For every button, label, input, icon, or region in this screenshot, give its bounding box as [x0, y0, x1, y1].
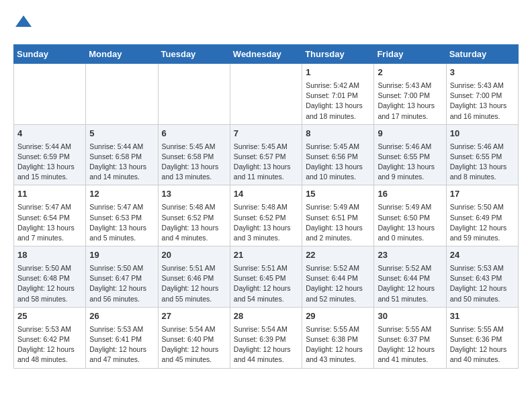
day-info: Sunrise: 5:53 AM [17, 324, 82, 334]
calendar-cell [14, 64, 86, 125]
day-info: Sunset: 6:58 PM [89, 152, 154, 162]
day-info: Daylight: 12 hours [378, 345, 442, 355]
day-info: Sunset: 6:53 PM [89, 213, 154, 223]
day-info: Sunrise: 5:44 AM [17, 142, 82, 152]
day-info: Daylight: 12 hours [162, 283, 226, 293]
day-info: Sunset: 6:40 PM [162, 334, 226, 345]
logo [13, 13, 36, 34]
day-number: 30 [378, 310, 442, 323]
col-header-sunday: Sunday [14, 45, 86, 64]
day-number: 28 [234, 310, 298, 323]
day-info: and 50 minutes. [450, 294, 515, 304]
day-info: Sunrise: 5:55 AM [378, 324, 442, 334]
day-info: and 9 minutes. [378, 172, 442, 182]
day-info: Daylight: 13 hours [234, 162, 298, 172]
day-info: and 14 minutes. [89, 172, 154, 182]
day-info: and 47 minutes. [89, 355, 154, 365]
day-info: and 0 minutes. [378, 233, 442, 243]
day-info: Sunset: 6:39 PM [234, 334, 298, 345]
day-info: Daylight: 12 hours [89, 283, 154, 293]
day-info: Sunrise: 5:51 AM [162, 263, 226, 273]
col-header-friday: Friday [374, 45, 446, 64]
day-number: 20 [162, 249, 226, 262]
day-number: 13 [162, 188, 226, 201]
day-info: and 17 minutes. [378, 111, 442, 122]
day-info: Sunset: 6:58 PM [162, 152, 226, 162]
day-info: Sunrise: 5:49 AM [378, 202, 442, 212]
calendar-cell: 27Sunrise: 5:54 AMSunset: 6:40 PMDayligh… [158, 307, 230, 368]
day-number: 22 [306, 249, 370, 262]
day-info: Daylight: 13 hours [17, 162, 82, 172]
day-info: Sunset: 6:43 PM [450, 273, 515, 283]
day-info: Sunset: 6:44 PM [378, 273, 442, 283]
calendar-cell: 17Sunrise: 5:50 AMSunset: 6:49 PMDayligh… [446, 185, 518, 246]
day-info: Daylight: 12 hours [450, 223, 515, 233]
day-info: Sunset: 7:01 PM [306, 91, 370, 101]
calendar-cell: 21Sunrise: 5:51 AMSunset: 6:45 PMDayligh… [230, 246, 302, 308]
col-header-thursday: Thursday [302, 45, 374, 64]
day-info: Sunset: 6:51 PM [306, 213, 370, 223]
day-info: Sunset: 6:50 PM [378, 213, 442, 223]
day-number: 9 [378, 128, 442, 140]
day-info: Sunrise: 5:50 AM [89, 263, 154, 273]
day-info: Daylight: 12 hours [450, 345, 515, 355]
day-info: and 2 minutes. [306, 233, 370, 243]
day-number: 1 [306, 66, 370, 79]
day-info: Daylight: 13 hours [89, 223, 154, 233]
day-info: and 52 minutes. [306, 294, 370, 304]
day-info: Sunset: 6:56 PM [306, 152, 370, 162]
day-info: Sunrise: 5:49 AM [306, 202, 370, 212]
day-number: 5 [89, 128, 154, 140]
day-info: Sunset: 6:38 PM [306, 334, 370, 345]
day-info: Daylight: 13 hours [162, 223, 226, 233]
day-info: Sunset: 6:49 PM [450, 213, 515, 223]
calendar-cell [158, 64, 230, 125]
col-header-wednesday: Wednesday [230, 45, 302, 64]
day-info: Daylight: 12 hours [234, 345, 298, 355]
calendar-cell: 31Sunrise: 5:55 AMSunset: 6:36 PMDayligh… [446, 307, 518, 368]
calendar-cell: 28Sunrise: 5:54 AMSunset: 6:39 PMDayligh… [230, 307, 302, 368]
day-info: Sunrise: 5:45 AM [162, 142, 226, 152]
day-number: 19 [89, 249, 154, 262]
calendar-week-2: 4Sunrise: 5:44 AMSunset: 6:59 PMDaylight… [14, 124, 519, 185]
day-info: Sunset: 6:47 PM [89, 273, 154, 283]
day-info: Sunset: 6:37 PM [378, 334, 442, 345]
day-info: Sunset: 6:45 PM [234, 273, 298, 283]
day-info: and 41 minutes. [378, 355, 442, 365]
day-info: and 5 minutes. [89, 233, 154, 243]
day-info: and 58 minutes. [17, 294, 82, 304]
calendar-cell: 26Sunrise: 5:53 AMSunset: 6:41 PMDayligh… [86, 307, 158, 368]
day-number: 16 [378, 188, 442, 201]
day-info: Sunrise: 5:48 AM [162, 202, 226, 212]
calendar-cell: 6Sunrise: 5:45 AMSunset: 6:58 PMDaylight… [158, 124, 230, 185]
day-info: and 44 minutes. [234, 355, 298, 365]
day-info: Sunset: 6:55 PM [378, 152, 442, 162]
calendar-cell: 22Sunrise: 5:52 AMSunset: 6:44 PMDayligh… [302, 246, 374, 308]
day-info: Sunrise: 5:44 AM [89, 142, 154, 152]
calendar-cell: 25Sunrise: 5:53 AMSunset: 6:42 PMDayligh… [14, 307, 86, 368]
day-info: and 3 minutes. [234, 233, 298, 243]
day-info: Daylight: 13 hours [306, 101, 370, 111]
day-info: Sunrise: 5:52 AM [378, 263, 442, 273]
day-info: Daylight: 13 hours [162, 162, 226, 172]
day-info: Sunrise: 5:48 AM [234, 202, 298, 212]
calendar-cell: 3Sunrise: 5:43 AMSunset: 7:00 PMDaylight… [446, 64, 518, 125]
day-info: and 10 minutes. [306, 172, 370, 182]
calendar-cell: 13Sunrise: 5:48 AMSunset: 6:52 PMDayligh… [158, 185, 230, 246]
day-info: Daylight: 13 hours [378, 101, 442, 111]
day-info: and 54 minutes. [234, 294, 298, 304]
day-info: Sunset: 6:55 PM [450, 152, 515, 162]
calendar-week-3: 11Sunrise: 5:47 AMSunset: 6:54 PMDayligh… [14, 185, 519, 246]
calendar-cell [230, 64, 302, 125]
calendar-cell: 18Sunrise: 5:50 AMSunset: 6:48 PMDayligh… [14, 246, 86, 308]
calendar-cell: 23Sunrise: 5:52 AMSunset: 6:44 PMDayligh… [374, 246, 446, 308]
day-number: 21 [234, 249, 298, 262]
day-info: Sunrise: 5:45 AM [234, 142, 298, 152]
day-info: Sunset: 6:57 PM [234, 152, 298, 162]
day-info: and 18 minutes. [306, 111, 370, 122]
day-info: and 56 minutes. [89, 294, 154, 304]
day-number: 24 [450, 249, 515, 262]
day-info: Sunrise: 5:52 AM [306, 263, 370, 273]
day-info: Sunrise: 5:42 AM [306, 81, 370, 91]
day-info: Sunrise: 5:46 AM [450, 142, 515, 152]
